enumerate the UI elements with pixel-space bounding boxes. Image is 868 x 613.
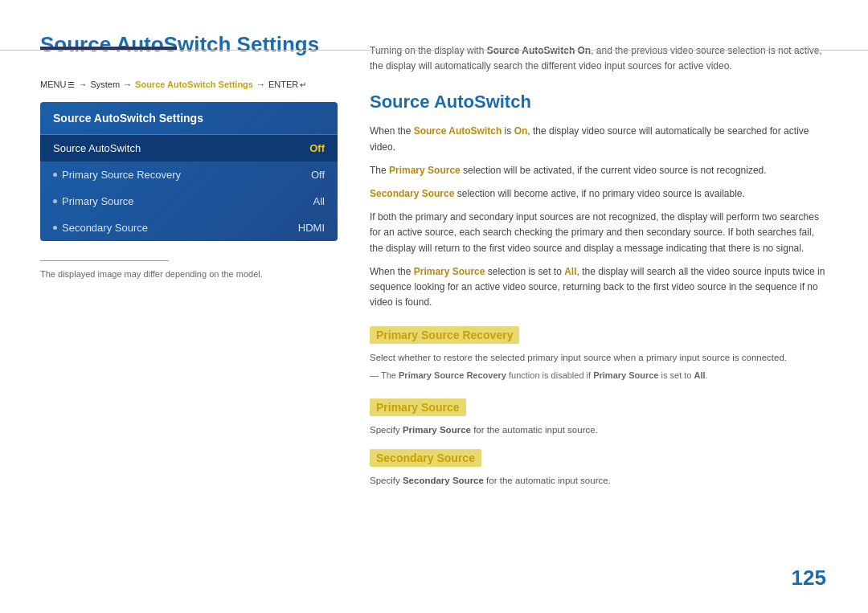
right-column: Turning on the display with Source AutoS…: [370, 32, 828, 589]
item-value-source-autoswitch: Off: [309, 142, 325, 154]
divider-line: [40, 260, 169, 261]
para-1: When the Source AutoSwitch is On, the di…: [370, 124, 828, 154]
bold-primary-source-1: Primary Source: [389, 165, 461, 176]
bold-secondary-source-1: Secondary Source: [370, 188, 454, 199]
bold-on: On: [514, 125, 528, 137]
intro-bold-1: Source AutoSwitch On: [487, 45, 592, 56]
bold-primary-source-2: Primary Source: [414, 266, 485, 277]
bold-psr-func: Primary Source Recovery: [399, 370, 506, 380]
sub-note-ss: Specify Secondary Source for the automat…: [370, 473, 828, 488]
header-line: [0, 50, 868, 51]
menu-icon-symbol: ☰: [68, 80, 75, 89]
item-name-primary-source: Primary Source: [53, 195, 134, 207]
section-primary-source-recovery: Primary Source Recovery Select whether t…: [370, 318, 828, 382]
menu-step-system: System: [90, 80, 120, 89]
right-content: Turning on the display with Source AutoS…: [370, 43, 828, 488]
dot-icon: [53, 173, 57, 177]
settings-box: Source AutoSwitch Settings Source AutoSw…: [40, 102, 338, 241]
arrow-1: →: [78, 80, 87, 89]
para-5: When the Primary Source selection is set…: [370, 264, 828, 311]
item-value-secondary-source: HDMI: [298, 222, 325, 234]
item-name-secondary-source: Secondary Source: [53, 222, 148, 234]
page-number: 125: [792, 566, 826, 591]
settings-item-primary-source[interactable]: Primary Source All: [40, 188, 338, 215]
arrow-2: →: [123, 80, 132, 89]
settings-box-title: Source AutoSwitch Settings: [40, 102, 338, 135]
bold-all-2: All: [694, 370, 706, 380]
settings-item-secondary-source[interactable]: Secondary Source HDMI: [40, 215, 338, 241]
note-text: The displayed image may differ depending…: [40, 269, 338, 279]
section-primary-source: Primary Source Specify Primary Source fo…: [370, 390, 828, 437]
menu-step-enter: ENTER: [268, 80, 298, 89]
item-name-primary-recovery: Primary Source Recovery: [53, 169, 181, 181]
bold-secondary-source-2: Secondary Source: [403, 476, 484, 485]
subsection-title-ps: Primary Source: [370, 398, 466, 416]
item-value-primary-recovery: Off: [311, 169, 325, 181]
subsection-title-ss: Secondary Source: [370, 449, 481, 467]
section-secondary-source: Secondary Source Specify Secondary Sourc…: [370, 441, 828, 488]
para-3: Secondary Source selection will become a…: [370, 186, 828, 202]
settings-item-source-autoswitch[interactable]: Source AutoSwitch Off: [40, 135, 338, 161]
sub-note-ps: Specify Primary Source for the automatic…: [370, 423, 828, 437]
bold-all-1: All: [564, 266, 576, 277]
bold-primary-source-3: Primary Source: [593, 370, 658, 380]
enter-icon: ↵: [300, 80, 306, 89]
dot-icon-2: [53, 199, 57, 203]
menu-icon: MENU: [40, 80, 66, 89]
para-4: If both the primary and secondary input …: [370, 210, 828, 256]
left-column: Source AutoSwitch Settings MENU ☰ → Syst…: [40, 32, 338, 589]
menu-path: MENU ☰ → System → Source AutoSwitch Sett…: [40, 80, 338, 89]
item-name-source-autoswitch: Source AutoSwitch: [53, 142, 141, 154]
intro-paragraph: Turning on the display with Source AutoS…: [370, 43, 828, 74]
sub-note-italic-psr: The Primary Source Recovery function is …: [370, 369, 828, 383]
bold-source-autoswitch: Source AutoSwitch: [414, 125, 502, 137]
settings-item-primary-recovery[interactable]: Primary Source Recovery Off: [40, 161, 338, 188]
para-2: The Primary Source selection will be act…: [370, 163, 828, 178]
dot-icon-3: [53, 226, 57, 230]
subsection-title-psr: Primary Source Recovery: [370, 326, 519, 344]
sub-note-psr: Select whether to restore the selected p…: [370, 350, 828, 365]
arrow-3: →: [256, 80, 265, 89]
main-section-title: Source AutoSwitch: [370, 92, 828, 112]
bold-primary-source-4: Primary Source: [403, 425, 471, 435]
item-value-primary-source: All: [313, 195, 325, 207]
menu-step-highlight: Source AutoSwitch Settings: [135, 80, 253, 89]
